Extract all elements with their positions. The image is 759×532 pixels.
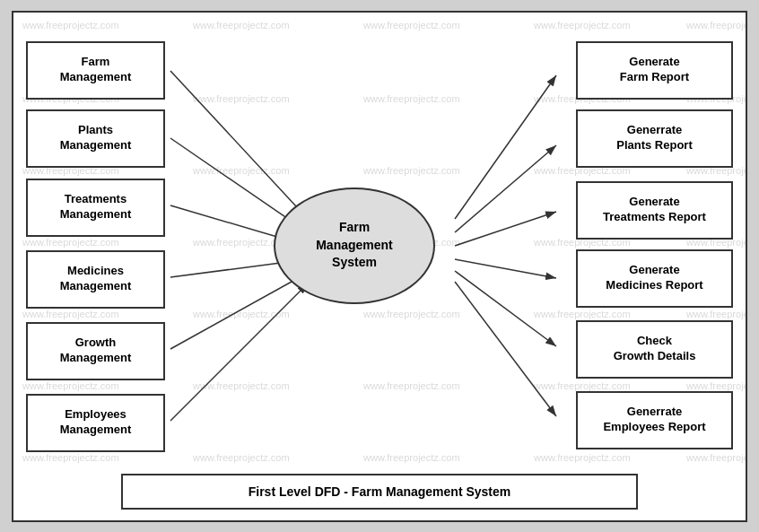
svg-line-11 bbox=[455, 271, 556, 346]
growth-management-box: GrowthManagement bbox=[26, 322, 165, 380]
treatments-management-box: TreatmentsManagement bbox=[26, 179, 165, 237]
watermark: www.freeprojectz.com bbox=[363, 93, 460, 104]
svg-line-1 bbox=[170, 71, 308, 219]
watermark: www.freeprojectz.com bbox=[363, 20, 460, 31]
watermark: www.freeprojectz.com bbox=[22, 237, 119, 248]
watermark: www.freeprojectz.com bbox=[363, 452, 460, 463]
svg-line-5 bbox=[170, 273, 308, 349]
diagram-container: www.freeprojectz.com www.freeprojectz.co… bbox=[12, 11, 747, 522]
svg-line-9 bbox=[455, 212, 556, 246]
watermark: www.freeprojectz.com bbox=[22, 20, 119, 31]
watermark: www.freeprojectz.com bbox=[22, 309, 119, 319]
svg-line-8 bbox=[455, 145, 556, 232]
farm-report-box: GenerateFarm Report bbox=[576, 41, 733, 100]
watermark: www.freeprojectz.com bbox=[534, 452, 631, 463]
svg-line-6 bbox=[170, 283, 308, 421]
watermark: www.freeprojectz.com bbox=[534, 20, 631, 31]
svg-line-12 bbox=[455, 282, 556, 416]
watermark: www.freeprojectz.com bbox=[534, 380, 631, 391]
employees-report-box: GenerrateEmployees Report bbox=[576, 391, 733, 449]
watermark: www.freeprojectz.com bbox=[534, 309, 631, 319]
watermark: www.freeprojectz.com bbox=[193, 452, 290, 463]
watermark: www.freeprojectz.com bbox=[686, 452, 747, 463]
medicines-management-box: MedicinesManagement bbox=[26, 250, 165, 309]
watermark: www.freeprojectz.com bbox=[22, 380, 119, 391]
watermark: www.freeprojectz.com bbox=[193, 380, 290, 391]
watermark: www.freeprojectz.com bbox=[686, 20, 747, 31]
watermark: www.freeprojectz.com bbox=[686, 309, 747, 319]
caption-box: First Level DFD - Farm Management System bbox=[121, 474, 638, 510]
svg-line-10 bbox=[455, 259, 556, 278]
watermark: www.freeprojectz.com bbox=[193, 93, 290, 104]
center-circle: FarmManagementSystem bbox=[274, 188, 435, 304]
watermark: www.freeprojectz.com bbox=[193, 309, 290, 319]
farm-management-box: FarmManagement bbox=[26, 41, 165, 100]
svg-line-7 bbox=[455, 75, 556, 219]
employees-management-box: EmployeesManagement bbox=[26, 394, 165, 452]
growth-details-box: CheckGrowth Details bbox=[576, 320, 733, 379]
watermark: www.freeprojectz.com bbox=[22, 452, 119, 463]
watermark: www.freeprojectz.com bbox=[363, 165, 460, 176]
treatments-report-box: GenerateTreatments Report bbox=[576, 181, 733, 240]
medicines-report-box: GenerateMedicines Report bbox=[576, 249, 733, 308]
watermark: www.freeprojectz.com bbox=[363, 309, 460, 319]
plants-management-box: PlantsManagement bbox=[26, 109, 165, 168]
plants-report-box: GenerratePlants Report bbox=[576, 109, 733, 168]
watermark: www.freeprojectz.com bbox=[193, 20, 290, 31]
watermark: www.freeprojectz.com bbox=[193, 165, 290, 176]
watermark: www.freeprojectz.com bbox=[363, 380, 460, 391]
watermark: www.freeprojectz.com bbox=[686, 380, 747, 391]
